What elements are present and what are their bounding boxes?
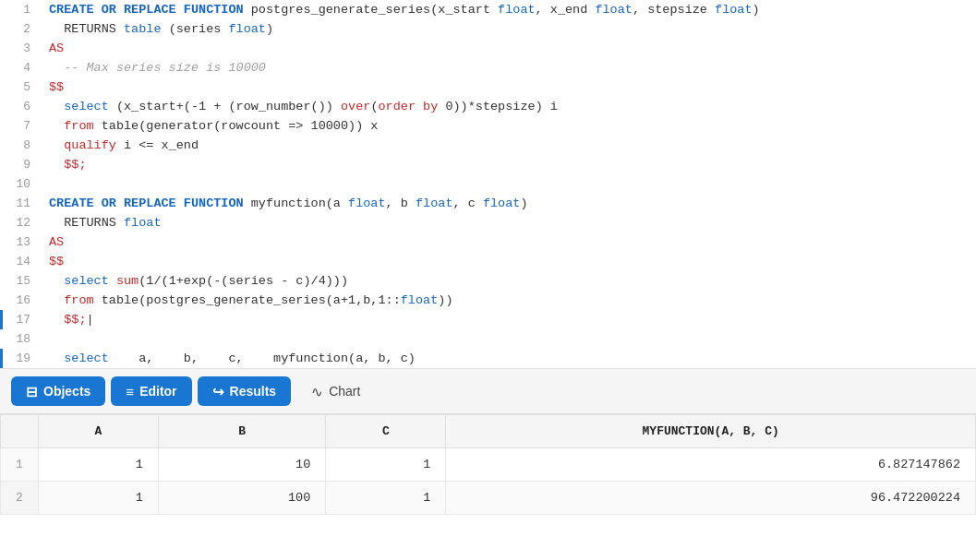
cell-a: 1 — [38, 448, 158, 482]
line-number: 4 — [0, 58, 42, 77]
line-content: from table(postgres_generate_series(a+1,… — [42, 291, 976, 310]
code-token: table(postgres_generate_series(a+1,b,1:: — [94, 293, 401, 307]
code-line: 4 -- Max series size is 10000 — [0, 58, 976, 77]
code-token: table — [124, 22, 162, 36]
line-number: 17 — [0, 310, 42, 329]
code-line: 3AS — [0, 39, 976, 58]
objects-button[interactable]: ⊟ Objects — [11, 376, 105, 406]
results-button[interactable]: ↪ Results — [198, 376, 292, 406]
code-token: select — [49, 274, 109, 288]
code-line: 7 from table(generator(rowcount => 10000… — [0, 116, 976, 136]
line-content: RETURNS float — [42, 213, 976, 232]
cell-a: 1 — [38, 482, 158, 515]
code-lines: 1CREATE OR REPLACE FUNCTION postgres_gen… — [0, 0, 976, 368]
results-icon: ↪ — [212, 385, 224, 399]
code-token: float — [401, 293, 439, 307]
code-line: 16 from table(postgres_generate_series(a… — [0, 291, 976, 310]
code-token: sum — [116, 274, 139, 288]
code-token: select — [49, 100, 109, 113]
code-token: select — [49, 351, 109, 365]
code-token: float — [228, 22, 266, 36]
objects-label: Objects — [43, 384, 90, 399]
code-line: 15 select sum(1/(1+exp(-(series - c)/4))… — [0, 271, 976, 291]
code-token — [109, 274, 116, 288]
code-token: $$; — [49, 313, 87, 327]
code-line: 2 RETURNS table (series float) — [0, 19, 976, 39]
chart-button[interactable]: ∿ Chart — [296, 376, 375, 406]
editor-icon: ≡ — [126, 385, 134, 399]
code-token: -- Max series size is 10000 — [49, 61, 266, 75]
code-line: 12 RETURNS float — [0, 213, 976, 232]
table-row: 111016.827147862 — [1, 448, 976, 482]
code-token: a, b, c, myfunction(a, b, c) — [109, 351, 416, 365]
code-token: $$; — [49, 158, 87, 172]
code-token: float — [416, 197, 453, 210]
editor-label: Editor — [139, 384, 176, 399]
code-token: (x_start+(-1 + (row_number()) — [109, 100, 341, 113]
code-token: ) — [266, 22, 273, 36]
row-number: 2 — [1, 482, 39, 515]
line-content: $$; — [42, 155, 976, 174]
line-content — [42, 174, 976, 194]
code-token: 0))*stepsize) i — [438, 100, 558, 113]
code-token: $$ — [49, 80, 64, 94]
code-token: , x_end — [536, 3, 596, 17]
cell-b: 10 — [158, 448, 325, 482]
code-line: 11CREATE OR REPLACE FUNCTION myfunction(… — [0, 194, 976, 213]
code-token: RETURNS — [49, 22, 124, 36]
cell-result: 6.827147862 — [446, 448, 976, 482]
row-number: 1 — [1, 448, 39, 482]
code-editor[interactable]: 1CREATE OR REPLACE FUNCTION postgres_gen… — [0, 0, 976, 369]
line-content: select (x_start+(-1 + (row_number()) ove… — [42, 97, 976, 116]
col-header-c: C — [326, 415, 446, 448]
code-token: from — [49, 119, 94, 133]
code-line: 19 select a, b, c, myfunction(a, b, c) — [0, 349, 976, 368]
code-token: (1/(1+exp(-(series - c)/4))) — [139, 274, 348, 288]
results-label: Results — [230, 384, 277, 399]
code-token: CREATE OR REPLACE FUNCTION — [49, 3, 244, 17]
line-number: 2 — [0, 19, 42, 39]
objects-icon: ⊟ — [26, 385, 38, 399]
toolbar: ⊟ Objects ≡ Editor ↪ Results ∿ Chart — [0, 369, 976, 414]
line-number: 1 — [0, 0, 42, 19]
code-token: RETURNS — [49, 216, 124, 230]
line-number: 16 — [0, 291, 42, 310]
line-number: 8 — [0, 136, 42, 155]
line-number: 5 — [0, 77, 42, 97]
cell-c: 1 — [326, 448, 446, 482]
line-content: select a, b, c, myfunction(a, b, c) — [42, 349, 976, 368]
code-line: 8 qualify i <= x_end — [0, 136, 976, 155]
code-token: $$ — [49, 255, 64, 268]
code-line: 18 — [0, 329, 976, 349]
code-token: over — [341, 100, 370, 113]
code-line: 10 — [0, 174, 976, 194]
code-token: table(generator(rowcount => 10000)) x — [94, 119, 379, 133]
code-line: 6 select (x_start+(-1 + (row_number()) o… — [0, 97, 976, 116]
code-token: float — [483, 197, 521, 210]
line-content: -- Max series size is 10000 — [42, 58, 976, 77]
cell-result: 96.472200224 — [446, 482, 976, 515]
line-number: 11 — [0, 194, 42, 213]
line-content: CREATE OR REPLACE FUNCTION myfunction(a … — [42, 194, 976, 213]
table-header-row: A B C MYFUNCTION(A, B, C) — [1, 415, 976, 448]
code-token: float — [124, 216, 162, 230]
chart-label: Chart — [329, 384, 360, 399]
line-content: AS — [42, 232, 976, 252]
line-content: $$;| — [42, 310, 976, 329]
code-token: AS — [49, 235, 64, 249]
cell-c: 1 — [326, 482, 446, 515]
cell-b: 100 — [158, 482, 325, 515]
code-token: by — [423, 100, 438, 113]
line-content: AS — [42, 39, 976, 58]
editor-button[interactable]: ≡ Editor — [111, 376, 191, 406]
code-token: ) — [753, 3, 760, 17]
line-number: 6 — [0, 97, 42, 116]
line-content: $$ — [42, 77, 976, 97]
code-token: float — [348, 197, 386, 210]
line-content: from table(generator(rowcount => 10000))… — [42, 116, 976, 136]
line-number: 19 — [0, 349, 42, 368]
table-row: 21100196.472200224 — [1, 482, 976, 515]
code-token: , b — [386, 197, 416, 210]
code-token: float — [498, 3, 536, 17]
code-token: order — [378, 100, 416, 113]
